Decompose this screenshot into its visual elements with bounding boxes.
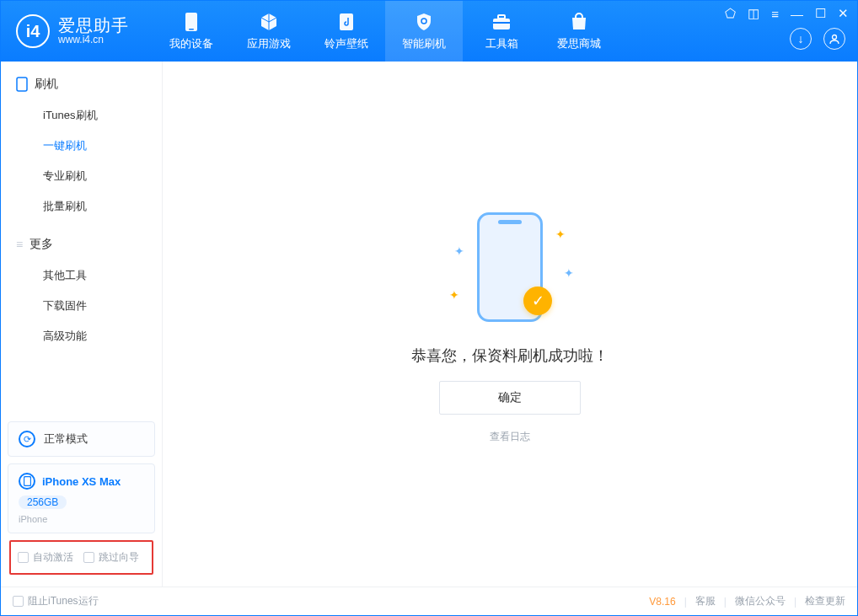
sidebar-item-other-tools[interactable]: 其他工具 xyxy=(1,260,162,291)
svg-rect-1 xyxy=(189,29,194,30)
device-name: iPhone XS Max xyxy=(42,475,121,488)
bag-icon xyxy=(568,11,590,33)
app-name: 爱思助手 xyxy=(58,16,129,35)
close-button[interactable]: ✕ xyxy=(838,6,849,21)
tab-store[interactable]: 爱思商城 xyxy=(540,1,618,62)
device-type: iPhone xyxy=(19,514,47,524)
shield-icon xyxy=(413,11,435,33)
toolbox-icon xyxy=(491,11,512,33)
logo[interactable]: i4 爱思助手 www.i4.cn xyxy=(1,1,144,62)
view-log-link[interactable]: 查看日志 xyxy=(490,430,530,444)
flash-result: ✦ ✦ ✦ ✦ ✓ 恭喜您，保资料刷机成功啦！ 确定 查看日志 xyxy=(411,204,609,444)
window-controls: ⬠ ◫ ≡ — ☐ ✕ xyxy=(725,6,849,21)
nav-tabs: 我的设备 应用游戏 铃声壁纸 智能刷机 工具箱 爱思商城 xyxy=(153,1,618,62)
mode-card[interactable]: ⟳ 正常模式 xyxy=(8,421,155,457)
device-icon xyxy=(180,11,202,33)
checkbox-auto-activate[interactable]: 自动激活 xyxy=(18,550,73,565)
app-window: i4 爱思助手 www.i4.cn 我的设备 应用游戏 铃声壁纸 智能刷机 xyxy=(0,0,858,616)
success-illustration: ✦ ✦ ✦ ✦ ✓ xyxy=(442,204,577,330)
list-icon: ≡ xyxy=(16,238,23,251)
lock-icon[interactable]: ◫ xyxy=(748,6,759,21)
sidebar-header-label: 刷机 xyxy=(35,77,58,92)
tab-label: 铃声壁纸 xyxy=(324,36,368,51)
tab-apps-games[interactable]: 应用游戏 xyxy=(230,1,308,62)
sparkle-icon: ✦ xyxy=(449,288,459,302)
flash-options-row: 自动激活 跳过向导 xyxy=(9,540,153,575)
sparkle-icon: ✦ xyxy=(564,266,574,280)
svg-rect-4 xyxy=(493,19,510,29)
cube-icon xyxy=(258,11,280,33)
svg-rect-6 xyxy=(493,22,510,24)
user-button[interactable] xyxy=(823,28,845,50)
svg-rect-9 xyxy=(24,477,30,486)
sidebar-item-advanced[interactable]: 高级功能 xyxy=(1,321,162,351)
svg-rect-0 xyxy=(185,13,197,31)
sparkle-icon: ✦ xyxy=(555,228,566,241)
tab-label: 智能刷机 xyxy=(402,36,446,51)
result-message: 恭喜您，保资料刷机成功啦！ xyxy=(411,345,609,366)
mode-label: 正常模式 xyxy=(44,431,88,447)
sidebar-item-oneclick-flash[interactable]: 一键刷机 xyxy=(1,131,162,161)
checkbox-skip-guide[interactable]: 跳过向导 xyxy=(83,550,139,565)
maximize-button[interactable]: ☐ xyxy=(815,6,826,21)
svg-rect-5 xyxy=(498,15,505,19)
sparkle-icon: ✦ xyxy=(454,244,464,258)
tab-label: 工具箱 xyxy=(485,36,518,51)
titlebar: i4 爱思助手 www.i4.cn 我的设备 应用游戏 铃声壁纸 智能刷机 xyxy=(1,1,857,62)
tab-my-device[interactable]: 我的设备 xyxy=(153,1,230,62)
support-link[interactable]: 客服 xyxy=(695,594,716,608)
tab-label: 我的设备 xyxy=(169,36,213,51)
svg-point-7 xyxy=(833,35,837,40)
device-card[interactable]: iPhone XS Max 256GB iPhone xyxy=(8,463,155,533)
sidebar-bottom: ⟳ 正常模式 iPhone XS Max 256GB iPhone 自动激活 跳… xyxy=(1,415,162,587)
tab-label: 爱思商城 xyxy=(557,36,601,51)
statusbar: 阻止iTunes运行 V8.16 | 客服 | 微信公众号 | 检查更新 xyxy=(1,587,857,615)
check-update-link[interactable]: 检查更新 xyxy=(805,594,845,608)
main-content: ✦ ✦ ✦ ✦ ✓ 恭喜您，保资料刷机成功啦！ 确定 查看日志 xyxy=(163,62,857,587)
sidebar-item-pro-flash[interactable]: 专业刷机 xyxy=(1,161,162,191)
mode-icon: ⟳ xyxy=(19,431,35,447)
checkbox-label: 阻止iTunes运行 xyxy=(28,594,99,608)
sidebar-item-download-firmware[interactable]: 下载固件 xyxy=(1,291,162,321)
music-icon xyxy=(335,11,357,33)
version-label: V8.16 xyxy=(649,596,675,608)
body: 刷机 iTunes刷机 一键刷机 专业刷机 批量刷机 ≡ 更多 其他工具 下载固… xyxy=(1,62,857,587)
app-url: www.i4.cn xyxy=(58,35,129,46)
shirt-icon[interactable]: ⬠ xyxy=(725,6,736,21)
tab-smart-flash[interactable]: 智能刷机 xyxy=(385,1,463,62)
checkbox-label: 自动激活 xyxy=(33,550,73,565)
sidebar: 刷机 iTunes刷机 一键刷机 专业刷机 批量刷机 ≡ 更多 其他工具 下载固… xyxy=(1,62,163,587)
sidebar-item-itunes-flash[interactable]: iTunes刷机 xyxy=(1,100,162,131)
download-button[interactable]: ↓ xyxy=(790,28,812,50)
sidebar-header-label: 更多 xyxy=(29,237,53,252)
device-icon xyxy=(19,473,35,490)
tab-label: 应用游戏 xyxy=(247,36,291,51)
check-icon: ✓ xyxy=(523,287,552,315)
sidebar-item-batch-flash[interactable]: 批量刷机 xyxy=(1,191,162,222)
tab-ringtone-wallpaper[interactable]: 铃声壁纸 xyxy=(308,1,385,62)
device-capacity: 256GB xyxy=(19,495,67,509)
wechat-link[interactable]: 微信公众号 xyxy=(735,594,786,608)
minimize-button[interactable]: — xyxy=(791,7,803,21)
ok-button[interactable]: 确定 xyxy=(439,381,581,415)
menu-icon[interactable]: ≡ xyxy=(771,7,779,21)
logo-icon: i4 xyxy=(16,14,50,48)
checkbox-label: 跳过向导 xyxy=(99,550,139,565)
sidebar-header-flash: 刷机 xyxy=(1,62,162,100)
sidebar-header-more: ≡ 更多 xyxy=(1,222,162,260)
svg-rect-8 xyxy=(17,78,27,91)
phone-icon xyxy=(16,77,28,92)
user-controls: ↓ xyxy=(790,28,845,50)
tab-toolbox[interactable]: 工具箱 xyxy=(463,1,540,62)
checkbox-block-itunes[interactable]: 阻止iTunes运行 xyxy=(13,594,99,608)
titlebar-right: ⬠ ◫ ≡ — ☐ ✕ ↓ xyxy=(716,1,857,62)
